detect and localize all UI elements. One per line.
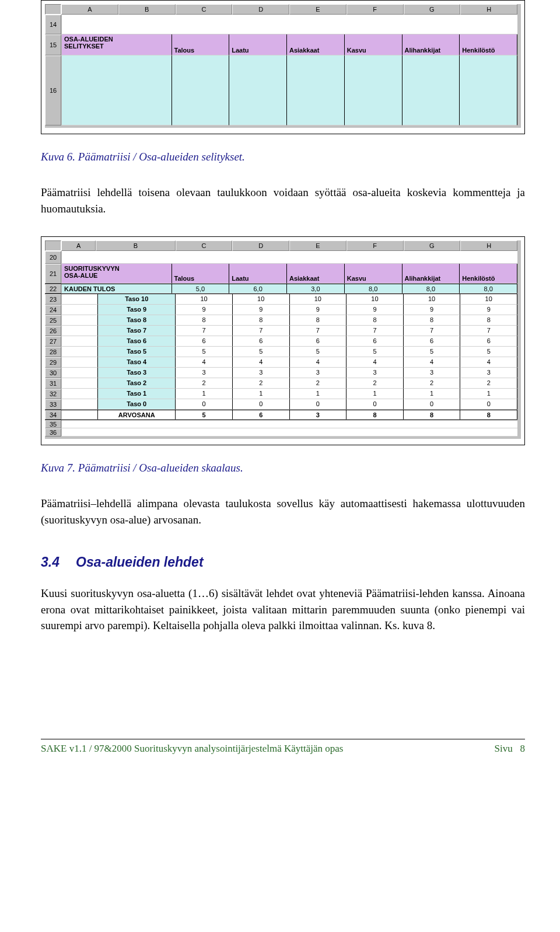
arvosana-value: 8: [346, 410, 404, 420]
row-header: 32: [45, 389, 61, 399]
taso-value: 0: [460, 399, 517, 410]
taso-value: 3: [290, 368, 347, 378]
taso-value: 1: [176, 389, 233, 399]
taso-value: 2: [233, 378, 290, 389]
taso-value: 9: [233, 305, 290, 315]
footer-left: SAKE v1.1 / 97&2000 Suorituskyvyn analys…: [41, 743, 495, 755]
taso-value: 0: [233, 399, 290, 410]
taso-value: 3: [460, 368, 517, 378]
taso-label: Taso 10: [98, 294, 176, 305]
taso-row: 26Taso 7777777: [45, 326, 517, 336]
taso-value: 5: [233, 347, 290, 357]
header-cell: Kasvu: [345, 264, 402, 284]
table-header-row: 21SUORITUSKYVYNOSA-ALUETalousLaatuAsiakk…: [45, 264, 517, 284]
table-row: 16: [45, 55, 517, 125]
row-header: 15: [45, 34, 61, 55]
taso-value: 6: [404, 336, 461, 347]
taso-label: Taso 6: [98, 336, 176, 347]
row-header: 27: [45, 336, 61, 347]
taso-value: 4: [460, 357, 517, 368]
header-cell: Asiakkaat: [287, 264, 345, 284]
arvosana-row: 34ARVOSANA563888: [45, 410, 517, 420]
taso-value: 4: [233, 357, 290, 368]
col-header: B: [96, 240, 175, 251]
row-header: 16: [45, 55, 61, 125]
header-alihankkijat: Alihankkijat: [402, 34, 460, 55]
taso-value: 3: [233, 368, 290, 378]
row-header: 29: [45, 357, 61, 368]
col-header: G: [404, 4, 461, 15]
taso-value: 7: [233, 326, 290, 336]
col-header: H: [460, 240, 517, 251]
taso-value: 1: [290, 389, 347, 399]
taso-row: 31Taso 2222222: [45, 378, 517, 389]
paragraph-2: Päämatriisi–lehdellä alimpana olevasta t…: [41, 495, 525, 528]
taso-label: Taso 2: [98, 378, 176, 389]
col-header: E: [289, 4, 346, 15]
taso-row: 27Taso 6666666: [45, 336, 517, 347]
taso-value: 10: [346, 294, 404, 305]
row-header: 14: [45, 15, 61, 34]
row-header: 34: [45, 410, 61, 420]
taso-label: Taso 5: [98, 347, 176, 357]
header-cell: Laatu: [229, 264, 287, 284]
taso-row: 24Taso 9999999: [45, 305, 517, 315]
kauden-tulos-label: KAUDEN TULOS: [61, 284, 172, 294]
taso-row: 28Taso 5555555: [45, 347, 517, 357]
spreadsheet-1: A B C D E F G H 14 15 OSA-ALUEIDEN SELIT…: [45, 4, 521, 128]
kauden-value: 6,0: [229, 284, 287, 294]
col-header: C: [176, 240, 233, 251]
taso-value: 10: [460, 294, 517, 305]
header-kasvu: Kasvu: [345, 34, 402, 55]
col-header: A: [61, 240, 96, 251]
taso-row: 25Taso 8888888: [45, 315, 517, 326]
col-header: G: [404, 240, 461, 251]
taso-value: 5: [290, 347, 347, 357]
row-header: 23: [45, 294, 61, 305]
taso-value: 3: [176, 368, 233, 378]
figure-6-frame: A B C D E F G H 14 15 OSA-ALUEIDEN SELIT…: [41, 0, 525, 134]
row-header: 35: [45, 420, 61, 428]
paragraph-3: Kuusi suorituskyvyn osa-aluetta (1…6) si…: [41, 585, 525, 634]
col-header: B: [118, 4, 176, 15]
page-footer: SAKE v1.1 / 97&2000 Suorituskyvyn analys…: [41, 739, 525, 755]
taso-row: 30Taso 3333333: [45, 368, 517, 378]
figure-7-frame: A B C D E F G H 2021SUORITUSKYVYNOSA-ALU…: [41, 236, 525, 445]
taso-value: 4: [404, 357, 461, 368]
taso-value: 10: [290, 294, 347, 305]
row-header: 20: [45, 251, 61, 264]
row-header: 24: [45, 305, 61, 315]
col-header: D: [232, 4, 289, 15]
col-header: D: [232, 240, 289, 251]
header-asiakkaat: Asiakkaat: [287, 34, 345, 55]
taso-value: 1: [404, 389, 461, 399]
taso-value: 9: [460, 305, 517, 315]
table-row: 35: [45, 420, 517, 428]
taso-value: 2: [404, 378, 461, 389]
taso-value: 3: [404, 368, 461, 378]
taso-value: 5: [460, 347, 517, 357]
taso-value: 7: [404, 326, 461, 336]
taso-value: 8: [460, 315, 517, 326]
col-header: E: [289, 240, 346, 251]
taso-value: 0: [290, 399, 347, 410]
taso-value: 6: [233, 336, 290, 347]
taso-label: Taso 9: [98, 305, 176, 315]
taso-value: 9: [346, 305, 404, 315]
taso-value: 3: [346, 368, 404, 378]
suorituskyvyn-osa-alue-label: SUORITUSKYVYNOSA-ALUE: [61, 264, 172, 284]
column-header-row: A B C D E F G H: [45, 4, 517, 15]
row-header: 25: [45, 315, 61, 326]
corner-cell: [45, 240, 61, 251]
table-header-row: 15 OSA-ALUEIDEN SELITYKSET Talous Laatu …: [45, 34, 517, 55]
header-cell: Talous: [172, 264, 230, 284]
taso-value: 8: [176, 315, 233, 326]
taso-value: 10: [404, 294, 461, 305]
taso-value: 7: [460, 326, 517, 336]
taso-label: Taso 1: [98, 389, 176, 399]
kauden-value: 5,0: [172, 284, 230, 294]
section-heading-3-4: 3.4Osa-alueiden lehdet: [41, 554, 525, 570]
taso-value: 0: [346, 399, 404, 410]
taso-value: 8: [404, 315, 461, 326]
corner-cell: [45, 4, 61, 15]
